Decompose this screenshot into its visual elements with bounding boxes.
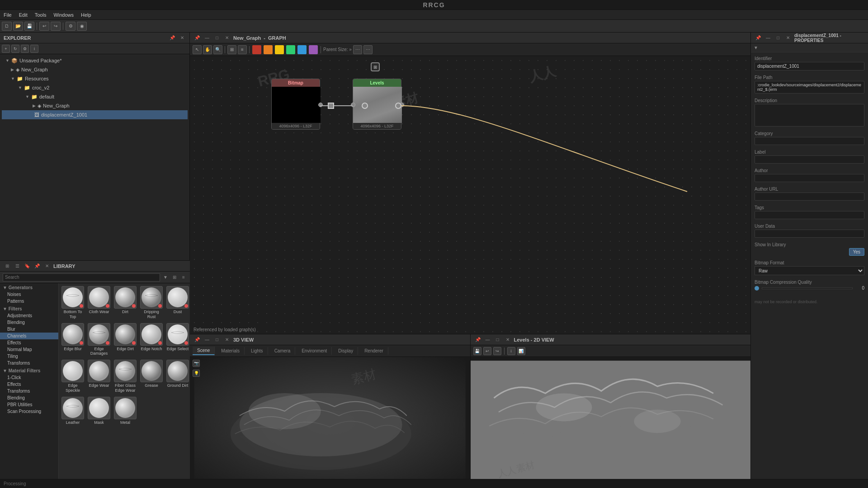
graph-out-port[interactable] bbox=[395, 103, 401, 109]
graph-btn-pan[interactable]: ✋ bbox=[203, 45, 212, 54]
explorer-info[interactable]: i bbox=[30, 45, 38, 53]
grid-item-metal[interactable]: Metal bbox=[113, 396, 137, 426]
viewport2d-pin[interactable]: 📌 bbox=[474, 336, 481, 343]
tab-display[interactable]: Display bbox=[334, 347, 358, 355]
explorer-refresh[interactable]: ↻ bbox=[11, 45, 19, 53]
library-icon1[interactable]: ⊞ bbox=[4, 263, 11, 270]
prop-user-data-value[interactable] bbox=[755, 230, 864, 238]
menu-windows[interactable]: Windows bbox=[53, 12, 74, 18]
node-levels[interactable]: Levels 4096x4096 - L32F bbox=[353, 79, 401, 130]
viewport2d-max[interactable]: □ bbox=[494, 336, 501, 343]
lib-item-mat-transforms[interactable]: Transforms bbox=[0, 388, 58, 394]
lib-item-normal-map[interactable]: Normal Map bbox=[0, 346, 58, 353]
explorer-close[interactable]: ✕ bbox=[179, 34, 186, 42]
graph-mid-port[interactable] bbox=[328, 103, 334, 109]
v2d-btn2[interactable]: ↩ bbox=[483, 347, 491, 355]
levels-input-port[interactable] bbox=[351, 103, 355, 107]
viewport3d-close[interactable]: ✕ bbox=[223, 336, 231, 343]
graph-color-yellow[interactable] bbox=[275, 45, 284, 54]
lib-item-mat-blending[interactable]: Blending bbox=[0, 394, 58, 401]
graph-color-blue[interactable] bbox=[297, 45, 307, 54]
viewport2d-min[interactable]: — bbox=[484, 336, 491, 343]
grid-item-edge-notch[interactable]: Edge Notch bbox=[139, 322, 164, 357]
graph-btn-extra1[interactable]: ⋯ bbox=[353, 45, 362, 54]
grid-item-cloth-wear[interactable]: Cloth Wear bbox=[87, 285, 111, 320]
library-icon2[interactable]: ☰ bbox=[14, 263, 21, 270]
prop-author-url-value[interactable] bbox=[755, 192, 864, 201]
lib-item-patterns[interactable]: Patterns bbox=[0, 298, 58, 305]
bitmap-output-port[interactable] bbox=[318, 103, 323, 107]
grid-item-edge-dirt[interactable]: Edge Dirt bbox=[113, 322, 137, 357]
grid-item-dust[interactable]: Dust bbox=[165, 285, 190, 320]
graph-btn-extra2[interactable]: ⋯ bbox=[363, 45, 373, 54]
tree-item-resources[interactable]: ▼📁Resources bbox=[2, 74, 188, 83]
v2d-btn3[interactable]: ↪ bbox=[493, 347, 501, 355]
lib-item-1click[interactable]: 1-Click bbox=[0, 374, 58, 381]
toolbar-new[interactable]: 🗋 bbox=[2, 22, 12, 31]
viewport2d-close[interactable]: ✕ bbox=[504, 336, 511, 343]
tree-item-displacementz_1001[interactable]: 🖼displacementZ_1001 bbox=[2, 110, 188, 119]
tab-renderer[interactable]: Renderer bbox=[360, 347, 388, 355]
props-min[interactable]: — bbox=[764, 34, 772, 42]
props-pin[interactable]: 📌 bbox=[755, 34, 762, 42]
grid-item-edge-wear[interactable]: Edge Wear bbox=[87, 359, 111, 394]
tab-lights[interactable]: Lights bbox=[246, 347, 268, 355]
prop-description-value[interactable] bbox=[755, 104, 864, 127]
graph-canvas[interactable]: RRG 素材 人人 ⊞ Bitmap 4096x4096 - L32F bbox=[190, 56, 750, 334]
lib-section-generators[interactable]: ▼ Generators bbox=[0, 283, 58, 291]
graph-color-orange[interactable] bbox=[264, 45, 273, 54]
props-close[interactable]: ✕ bbox=[784, 34, 792, 42]
lib-item-adjustments[interactable]: Adjustments bbox=[0, 312, 58, 319]
viewport-3d-camera-icon[interactable]: 📷 bbox=[193, 360, 200, 367]
toolbar-open[interactable]: 📂 bbox=[13, 22, 23, 31]
grid-item-edge-select[interactable]: Edge Select bbox=[165, 322, 190, 357]
prop-author-value[interactable] bbox=[755, 174, 864, 182]
explorer-filter[interactable]: ⚙ bbox=[21, 45, 29, 53]
menu-file[interactable]: File bbox=[4, 12, 12, 18]
v2d-save[interactable]: 💾 bbox=[473, 347, 481, 355]
viewport-3d-light-icon[interactable]: 💡 bbox=[193, 370, 200, 377]
graph-mid-port2[interactable] bbox=[362, 103, 368, 109]
grid-item-dripping-rust[interactable]: Dripping Rust bbox=[139, 285, 164, 320]
graph-max[interactable]: □ bbox=[213, 34, 221, 42]
grid-item-dirt[interactable]: Dirt bbox=[113, 285, 137, 320]
grid-item-bottom-to-top[interactable]: Bottom To Top bbox=[61, 285, 85, 320]
toolbar-undo[interactable]: ↩ bbox=[39, 22, 49, 31]
grid-item-edge-blur[interactable]: Edge Blur bbox=[61, 322, 85, 357]
lib-item-tiling[interactable]: Tiling bbox=[0, 353, 58, 360]
graph-btn-frame[interactable]: ⊞ bbox=[227, 45, 236, 54]
grid-item-edge-speckle[interactable]: Edge Speckle bbox=[61, 359, 85, 394]
menu-tools[interactable]: Tools bbox=[35, 12, 47, 18]
lib-item-channels[interactable]: Channels bbox=[0, 333, 58, 339]
library-icon4[interactable]: 📌 bbox=[33, 263, 41, 270]
lib-item-noises[interactable]: Noises bbox=[0, 291, 58, 298]
graph-btn-arrange[interactable]: ≡ bbox=[238, 45, 247, 54]
menu-edit[interactable]: Edit bbox=[19, 12, 28, 18]
tree-item-default[interactable]: ▼📁default bbox=[2, 92, 188, 101]
props-max[interactable]: □ bbox=[774, 34, 782, 42]
graph-color-green[interactable] bbox=[286, 45, 295, 54]
toolbar-save[interactable]: 💾 bbox=[24, 22, 34, 31]
grid-item-grease[interactable]: Grease bbox=[139, 359, 164, 394]
graph-pin[interactable]: 📌 bbox=[193, 34, 201, 42]
prop-filepath-value[interactable]: :crodie_lookdev/sourceimages/displacemen… bbox=[755, 81, 864, 94]
prop-identifier-value[interactable]: displacementZ_1001 bbox=[755, 62, 864, 70]
library-search-input[interactable] bbox=[3, 273, 160, 282]
prop-bitmap-format-select[interactable]: Raw JPEG PNG bbox=[755, 266, 864, 275]
viewport-3d-content[interactable]: 📷 💡 bbox=[190, 357, 470, 488]
prop-slider-track[interactable] bbox=[762, 287, 853, 289]
graph-connector-btn[interactable]: ⊞ bbox=[371, 62, 380, 71]
library-icon3[interactable]: 🔖 bbox=[24, 263, 31, 270]
lib-section-material[interactable]: ▼ Material Filters bbox=[0, 366, 58, 374]
graph-btn-select[interactable]: ↖ bbox=[193, 45, 202, 54]
explorer-add[interactable]: + bbox=[2, 45, 10, 53]
lib-item-pbr[interactable]: PBR Utilities bbox=[0, 401, 58, 408]
prop-category-value[interactable] bbox=[755, 137, 864, 145]
tree-item-unsaved-package*[interactable]: ▼📦Unsaved Package* bbox=[2, 56, 188, 65]
grid-item-edge-damages[interactable]: Edge Damages bbox=[87, 322, 111, 357]
grid-item-fiber-glass-edge-wear[interactable]: Fiber Glass Edge Wear bbox=[113, 359, 137, 394]
library-filter-icon[interactable]: ▼ bbox=[162, 274, 169, 281]
explorer-pin[interactable]: 📌 bbox=[169, 34, 176, 42]
graph-btn-zoom[interactable]: 🔍 bbox=[213, 45, 222, 54]
prop-yes-button[interactable]: Yes bbox=[849, 248, 864, 256]
